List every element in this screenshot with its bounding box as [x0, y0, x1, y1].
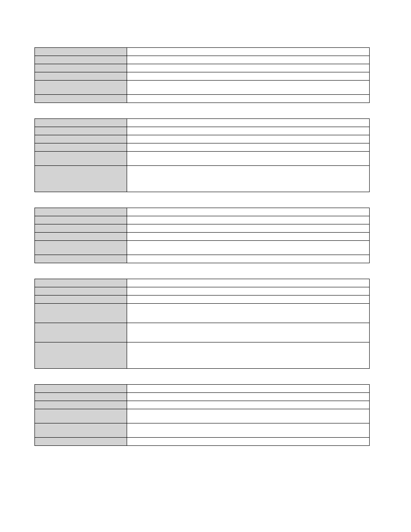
row-label	[35, 56, 127, 64]
row-value	[127, 135, 370, 143]
table-row	[35, 48, 370, 56]
row-value	[127, 393, 370, 401]
row-label	[35, 287, 127, 296]
table-row	[35, 323, 370, 342]
row-value	[127, 241, 370, 255]
row-value	[127, 143, 370, 152]
row-label	[35, 127, 127, 135]
document-page	[0, 0, 411, 446]
table-row	[35, 342, 370, 369]
row-label	[35, 166, 127, 192]
row-value	[127, 304, 370, 323]
row-value	[127, 296, 370, 304]
row-label	[35, 208, 127, 216]
row-value	[127, 152, 370, 166]
row-label	[35, 304, 127, 323]
table-row	[35, 224, 370, 233]
form-table	[34, 118, 370, 192]
table-row	[35, 208, 370, 216]
row-label	[35, 48, 127, 56]
row-value	[127, 119, 370, 127]
table-row	[35, 385, 370, 393]
table-row	[35, 64, 370, 72]
row-label	[35, 95, 127, 103]
row-label	[35, 143, 127, 152]
form-table	[34, 279, 370, 369]
table-row	[35, 135, 370, 143]
row-label	[35, 385, 127, 393]
table-row	[35, 438, 370, 446]
table-row	[35, 255, 370, 263]
row-value	[127, 401, 370, 409]
table-row	[35, 233, 370, 241]
table-row	[35, 304, 370, 323]
row-label	[35, 119, 127, 127]
row-value	[127, 64, 370, 72]
row-label	[35, 224, 127, 233]
row-value	[127, 279, 370, 287]
row-label	[35, 216, 127, 224]
table-row	[35, 423, 370, 438]
row-value	[127, 409, 370, 423]
row-value	[127, 255, 370, 263]
table-row	[35, 166, 370, 192]
row-label	[35, 81, 127, 95]
row-value	[127, 208, 370, 216]
row-value	[127, 423, 370, 438]
form-table	[34, 47, 370, 103]
row-value	[127, 224, 370, 233]
row-label	[35, 401, 127, 409]
form-table	[34, 208, 370, 263]
row-label	[35, 241, 127, 255]
row-label	[35, 152, 127, 166]
row-label	[35, 423, 127, 438]
row-value	[127, 72, 370, 81]
row-value	[127, 323, 370, 342]
table-row	[35, 401, 370, 409]
table-row	[35, 287, 370, 296]
row-value	[127, 166, 370, 192]
table-row	[35, 279, 370, 287]
table-row	[35, 119, 370, 127]
table-row	[35, 393, 370, 401]
table-row	[35, 81, 370, 95]
row-label	[35, 64, 127, 72]
form-table	[34, 384, 370, 446]
table-row	[35, 56, 370, 64]
row-label	[35, 233, 127, 241]
row-value	[127, 385, 370, 393]
row-label	[35, 323, 127, 342]
row-value	[127, 56, 370, 64]
table-row	[35, 296, 370, 304]
row-label	[35, 438, 127, 446]
table-row	[35, 95, 370, 103]
table-row	[35, 152, 370, 166]
row-label	[35, 279, 127, 287]
table-row	[35, 216, 370, 224]
row-label	[35, 296, 127, 304]
row-label	[35, 72, 127, 81]
row-label	[35, 409, 127, 423]
row-label	[35, 393, 127, 401]
table-row	[35, 127, 370, 135]
row-value	[127, 342, 370, 369]
row-label	[35, 135, 127, 143]
table-row	[35, 143, 370, 152]
row-label	[35, 342, 127, 369]
table-row	[35, 409, 370, 423]
row-value	[127, 287, 370, 296]
row-value	[127, 95, 370, 103]
row-value	[127, 438, 370, 446]
row-value	[127, 127, 370, 135]
row-value	[127, 233, 370, 241]
table-row	[35, 241, 370, 255]
row-value	[127, 216, 370, 224]
row-label	[35, 255, 127, 263]
row-value	[127, 48, 370, 56]
table-row	[35, 72, 370, 81]
row-value	[127, 81, 370, 95]
